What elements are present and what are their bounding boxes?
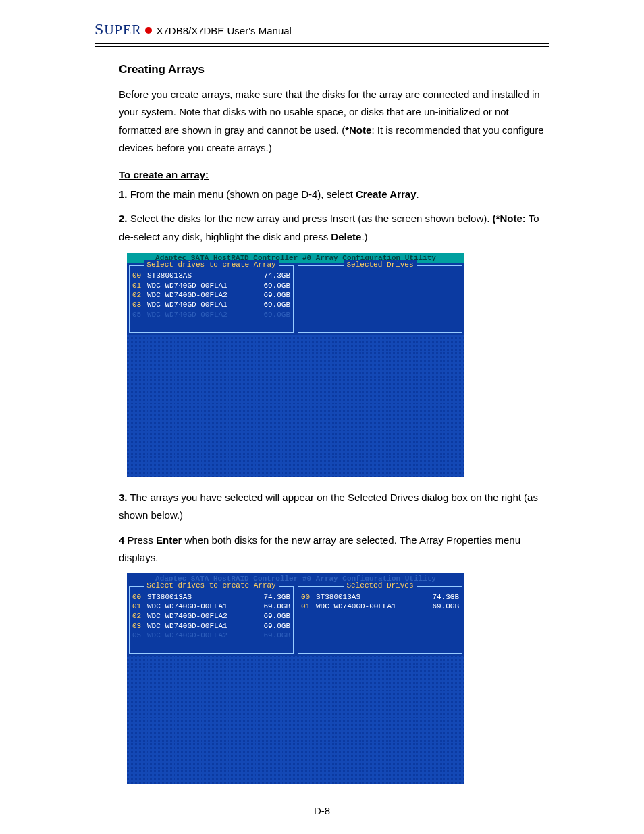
drive-row: 00ST380013AS74.3GB [132,592,290,602]
drive-name: WDC WD740GD-00FLA2 [147,631,254,640]
drive-id: 01 [132,281,147,290]
step-3-text: The arrays you have selected will appear… [119,492,538,521]
brand-rest: UPER [104,22,141,37]
step-2-tail: .) [361,231,367,242]
intro-paragraph: Before you create arrays, make sure that… [119,86,549,157]
step-3-num: 3. [119,492,128,503]
section-heading: Creating Arrays [119,63,549,76]
drive-row: 02WDC WD740GD-00FLA269.0GB [132,290,290,300]
bios1-right-title: Selected Drives [344,260,416,269]
step-2-num: 2. [119,213,128,224]
step-1-action: Create Array [356,188,417,200]
drive-id: 02 [132,290,147,300]
drive-size: 69.0GB [254,631,290,640]
step-1: 1. From the main menu (shown on page D-4… [119,186,549,203]
step-4: 4 Press Enter when both disks for the ne… [119,531,549,567]
bios2-right-pane: Selected Drives 00ST380013AS74.3GB01WDC … [298,586,462,654]
header-rule [95,43,549,47]
step-1-tail: . [417,188,419,200]
drive-name: ST380013AS [147,592,254,602]
bios1-left-body: 00ST380013AS74.3GB01WDC WD740GD-00FLA169… [130,269,293,321]
bios-screenshot-1: Adaptec SATA HostRAID Controller #0 Arra… [127,253,464,477]
drive-size: 69.0GB [254,621,290,631]
drive-row: 03WDC WD740GD-00FLA169.0GB [132,621,290,631]
drive-id: 03 [132,621,147,631]
drive-row: 01WDC WD740GD-00FLA169.0GB [301,602,459,611]
bios1-right-body [298,269,462,273]
drive-id: 00 [132,592,147,602]
drive-size: 69.0GB [254,602,290,611]
step-2-delete: Delete [331,231,361,242]
bios2-left-body: 00ST380013AS74.3GB01WDC WD740GD-00FLA169… [130,591,293,643]
brand-dot-icon [145,27,152,34]
drive-size: 69.0GB [254,281,290,290]
bios2-right-body: 00ST380013AS74.3GB01WDC WD740GD-00FLA169… [298,591,462,615]
bios1-bottom-area [127,335,464,477]
footer-rule [95,798,549,798]
step-4-enter: Enter [156,534,182,546]
intro-note-bold: *Note [345,124,371,136]
bios1-left-title: Select drives to create Array [144,260,278,269]
bios2-left-pane: Select drives to create Array 00ST380013… [129,586,294,654]
drive-row: 02WDC WD740GD-00FLA269.0GB [132,611,290,621]
drive-size: 74.3GB [423,592,459,602]
drive-name: ST380013AS [147,271,254,280]
drive-id: 01 [132,602,147,611]
bios1-left-pane: Select drives to create Array 00ST380013… [129,265,294,333]
drive-size: 69.0GB [254,300,290,309]
drive-id: 03 [132,300,147,309]
steps-title: To create an array: [119,169,549,180]
page-header: SUPER X7DB8/X7DBE User's Manual [95,20,549,38]
drive-name: WDC WD740GD-00FLA1 [147,621,254,631]
drive-id: 00 [301,592,316,602]
drive-name: WDC WD740GD-00FLA1 [147,281,254,290]
drive-size: 69.0GB [254,310,290,319]
drive-name: WDC WD740GD-00FLA2 [147,611,254,621]
drive-row: 00ST380013AS74.3GB [132,271,290,280]
drive-name: WDC WD740GD-00FLA2 [147,290,254,300]
drive-name: WDC WD740GD-00FLA1 [147,602,254,611]
drive-row: 05WDC WD740GD-00FLA269.0GB [132,631,290,640]
drive-size: 69.0GB [423,602,459,611]
page-number: D-8 [95,805,549,816]
drive-id: 05 [132,631,147,640]
drive-row: 05WDC WD740GD-00FLA269.0GB [132,310,290,319]
drive-id: 01 [301,602,316,611]
drive-row: 00ST380013AS74.3GB [301,592,459,602]
drive-size: 74.3GB [254,271,290,280]
drive-name: WDC WD740GD-00FLA1 [316,602,423,611]
drive-row: 01WDC WD740GD-00FLA169.0GB [132,602,290,611]
step-2-note: (*Note: [493,213,526,224]
drive-size: 69.0GB [254,290,290,300]
drive-name: ST380013AS [316,592,423,602]
drive-id: 02 [132,611,147,621]
drive-row: 01WDC WD740GD-00FLA169.0GB [132,281,290,290]
manual-title: X7DB8/X7DBE User's Manual [156,25,291,36]
step-4-text: Press [124,534,156,546]
bios2-right-title: Selected Drives [344,581,416,590]
step-2: 2. Select the disks for the new array an… [119,210,549,246]
step-2-text: Select the disks for the new array and p… [128,213,493,224]
bios2-bottom-area [127,656,464,784]
drive-size: 74.3GB [254,592,290,602]
bios2-left-title: Select drives to create Array [144,581,278,590]
drive-row: 03WDC WD740GD-00FLA169.0GB [132,300,290,309]
drive-name: WDC WD740GD-00FLA2 [147,310,254,319]
bios-screenshot-2: Adaptec SATA HostRAID Controller #0 Arra… [127,573,464,784]
step-1-text: From the main menu (shown on page D-4), … [128,188,356,200]
drive-size: 69.0GB [254,611,290,621]
drive-id: 00 [132,271,147,280]
step-1-num: 1. [119,188,128,200]
step-3: 3. The arrays you have selected will app… [119,489,549,525]
drive-id: 05 [132,310,147,319]
drive-name: WDC WD740GD-00FLA1 [147,300,254,309]
brand-first-letter: S [95,20,104,38]
bios1-right-pane: Selected Drives [298,265,462,333]
brand-logo: SUPER [95,20,152,38]
